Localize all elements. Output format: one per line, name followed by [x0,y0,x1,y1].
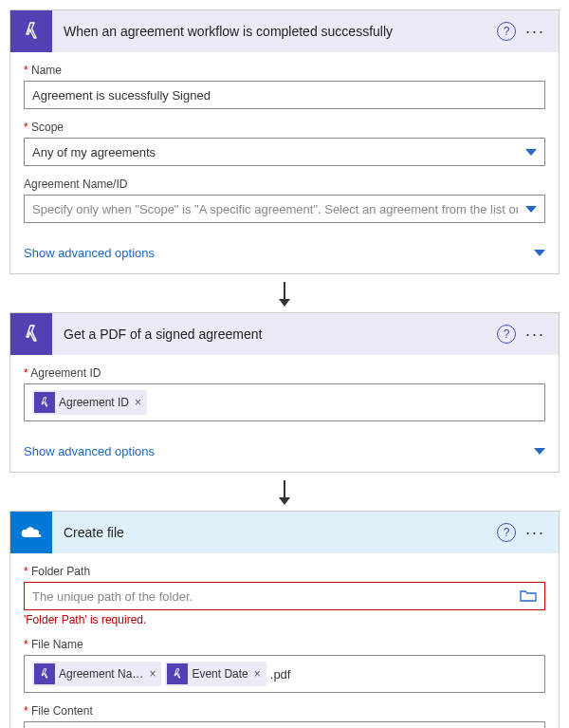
folder-picker-icon[interactable] [520,589,537,603]
remove-token-icon[interactable]: × [133,396,143,409]
adobe-sign-icon [10,313,52,355]
card-body: Folder Path The unique path of the folde… [10,553,559,728]
remove-token-icon[interactable]: × [252,667,263,681]
trigger-card: When an agreement workflow is completed … [9,9,560,274]
folder-path-error: 'Folder Path' is required. [24,613,545,626]
help-icon[interactable]: ? [497,22,516,41]
file-name-input[interactable]: Agreement Na… × Event Date × .pdf [24,655,545,693]
arrow-down-icon [284,480,285,503]
agreement-id-label: Agreement ID [24,366,545,380]
file-name-label: File Name [24,638,545,651]
card-title: When an agreement workflow is completed … [52,24,497,39]
adobe-sign-icon [167,663,188,684]
agreement-id-select[interactable]: Specify only when "Scope" is "A specific… [24,195,545,223]
adobe-sign-icon [34,663,55,684]
card-body: Agreement ID Agreement ID × [10,355,559,435]
help-icon[interactable]: ? [497,523,516,542]
card-body: Name Agreement is sucessfully Signed Sco… [10,52,559,236]
scope-select[interactable]: Any of my agreements [24,138,545,166]
card-title: Create file [52,525,497,540]
help-icon[interactable]: ? [497,325,516,344]
more-icon[interactable]: ··· [525,326,545,343]
remove-token-icon[interactable]: × [147,667,157,681]
adobe-sign-icon [34,392,55,413]
chevron-down-icon [534,448,545,455]
card-title: Get a PDF of a signed agreement [52,327,497,342]
chevron-down-icon [525,149,537,156]
file-extension: .pdf [270,667,291,681]
chevron-down-icon [534,250,545,256]
dynamic-token[interactable]: Agreement Na… × [32,662,161,686]
show-advanced-link[interactable]: Show advanced options [10,435,559,472]
agreement-id-input[interactable]: Agreement ID × [24,383,545,421]
show-advanced-link[interactable]: Show advanced options [10,236,559,273]
chevron-down-icon [525,206,537,213]
file-content-input[interactable]: Body × [24,721,545,728]
card-header[interactable]: Create file ? ··· [10,512,559,553]
folder-path-input[interactable]: The unique path of the folder. [24,582,545,610]
folder-path-label: Folder Path [24,565,545,578]
file-content-label: File Content [24,704,545,718]
adobe-sign-icon [10,10,52,52]
connector-arrow [9,473,560,511]
action-card-createfile: Create file ? ··· Folder Path The unique… [9,511,560,728]
dynamic-token[interactable]: Event Date × [165,662,266,686]
agreement-id-label: Agreement Name/ID [24,177,545,191]
name-label: Name [24,64,545,77]
dynamic-token[interactable]: Agreement ID × [32,390,147,415]
more-icon[interactable]: ··· [525,23,545,40]
card-header[interactable]: When an agreement workflow is completed … [10,10,559,52]
arrow-down-icon [284,282,285,305]
onedrive-icon [10,512,52,553]
action-card-pdf: Get a PDF of a signed agreement ? ··· Ag… [9,312,560,473]
scope-label: Scope [24,121,545,134]
name-input[interactable]: Agreement is sucessfully Signed [24,81,545,109]
card-header[interactable]: Get a PDF of a signed agreement ? ··· [10,313,559,355]
more-icon[interactable]: ··· [525,524,545,541]
connector-arrow [9,274,560,312]
